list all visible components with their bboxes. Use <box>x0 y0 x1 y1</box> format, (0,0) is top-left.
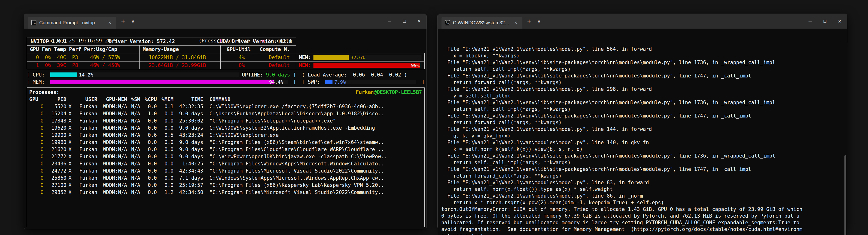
process-cell-type: X <box>66 117 73 124</box>
traceback-line: q, k, v = qkv_fn(x) <box>441 132 844 139</box>
cmd-terminal: File "E:\Wan21_v1\Wan2.1\wan\modules\mod… <box>438 43 847 235</box>
process-cell-user: Furkan <box>73 153 97 160</box>
close-button[interactable]: ✕ <box>412 14 427 29</box>
traceback-line: File "E:\Wan21_v1\Wan2.1\venv\lib\site-p… <box>441 73 844 79</box>
host-name: @DESKTOP-LEEL5B7 <box>374 89 422 95</box>
traceback-line: File "E:\Wan21_v1\Wan2.1\wan\modules\mod… <box>441 179 844 186</box>
traceback-line: File "E:\Wan21_v1\Wan2.1\venv\lib\site-p… <box>441 112 844 119</box>
traceback-line: return forward_call(*args, **kwargs) <box>441 79 844 86</box>
process-cell-sm: N/A <box>127 139 140 146</box>
tab-close-icon[interactable]: ✕ <box>106 20 113 25</box>
process-cell-user: Furkan <box>73 189 97 196</box>
process-cell-command: "C:\Program Files\Microsoft Visual Studi… <box>203 189 422 196</box>
process-cell-user: Furkan <box>73 160 97 167</box>
process-cell-pid: 21620 <box>43 146 66 153</box>
process-cell-user: Furkan <box>73 110 97 117</box>
swp-label: [ SWP: <box>302 79 323 85</box>
tab-dropdown-button[interactable]: ∨ <box>535 18 543 24</box>
process-cell-type: X <box>66 124 73 132</box>
tab-nvitop[interactable]: Command Prompt - nvitop ✕ <box>28 17 116 29</box>
traceback-line: return self._norm(x.float()).type_as(x) … <box>441 186 844 192</box>
gpu-mem-bar-text: 99% <box>411 62 420 68</box>
swp-bar-text: 7.9% <box>334 79 346 85</box>
process-header: GPU PID USER GPU-MEM %SM %CPU %MEM TIME … <box>29 96 422 103</box>
process-row: 024772XFurkanWDDM:N/AN/A0.00.042:34:43"C… <box>29 167 422 175</box>
col-cpu: %CPU <box>140 96 157 103</box>
process-cell-command: C:\Users\Furkan\AppData\Local\Discord\ap… <box>203 110 422 117</box>
process-cell-pid: 24772 <box>43 167 66 175</box>
process-cell-gpu_mem: WDDM:N/A <box>97 132 127 139</box>
maximize-button[interactable]: □ <box>397 14 412 29</box>
traceback-line: return x * torch.rsqrt(x.pow(2).mean(dim… <box>441 199 844 206</box>
process-cell-time: 25:19:57 <box>174 182 203 189</box>
process-cell-gpu_mem: WDDM:N/A <box>97 117 127 124</box>
maximize-button[interactable]: □ <box>817 14 832 29</box>
process-cell-gpu_mem: WDDM:N/A <box>97 103 127 110</box>
process-cell-time: 9.0 days <box>174 153 203 160</box>
process-cell-type: X <box>66 167 73 175</box>
mem-bar: 94.4% <box>50 80 288 84</box>
cpu-bar-fill <box>50 73 77 77</box>
tab-cmd[interactable]: C:\WINDOWS\system32\cmd.. ✕ <box>441 17 522 29</box>
key-q: q <box>262 38 265 44</box>
process-cell-time: 25:30:02 <box>174 117 203 124</box>
traceback-line: File "E:\Wan21_v1\Wan2.1\wan\modules\mod… <box>441 86 844 93</box>
processes-title-row: Processes: Furkan@DESKTOP-LEEL5B7 <box>29 89 422 96</box>
process-cell-gpu_mem: WDDM:N/A <box>97 189 127 196</box>
scrollbar-thumb[interactable] <box>844 155 846 235</box>
minimize-button[interactable]: ─ <box>803 14 817 29</box>
process-row: 019900XFurkanWDDM:N/AN/A0.60.543:23:24C:… <box>29 132 422 139</box>
traceback-line: File "E:\Wan21_v1\Wan2.1\wan\modules\mod… <box>441 46 844 52</box>
process-cell-sm: N/A <box>127 103 140 110</box>
load-average: ( Load Average: 0.06 0.04 0.02 ) <box>302 72 407 78</box>
process-cell-pid: 5520 <box>43 103 66 110</box>
process-rows: 05520XFurkanWDDM:N/AN/A0.00.142:32:35C:\… <box>29 103 422 196</box>
process-cell-cpu: 0.0 <box>140 146 157 153</box>
close-button[interactable]: ✕ <box>832 14 847 29</box>
process-cell-command: C:\WINDOWS\system32\ApplicationFrameHost… <box>203 124 422 132</box>
key-h: h <box>220 38 223 44</box>
new-tab-button[interactable]: + <box>525 18 533 25</box>
process-cell-gpu: 0 <box>29 153 43 160</box>
process-cell-mem: 0.1 <box>157 103 174 110</box>
process-cell-pid: 19960 <box>43 139 66 146</box>
traceback-line: File "E:\Wan21_v1\Wan2.1\venv\lib\site-p… <box>441 166 844 173</box>
process-cell-user: Furkan <box>73 103 97 110</box>
process-cell-cpu: 0.0 <box>140 160 157 167</box>
gpu-mem-bar: 32.6% <box>313 55 422 60</box>
process-cell-gpu_mem: WDDM:N/A <box>97 153 127 160</box>
process-cell-cpu: 1.0 <box>140 110 157 117</box>
process-cell-gpu_mem: WDDM:N/A <box>97 124 127 132</box>
process-row: 027100XFurkanWDDM:N/AN/A0.00.025:19:57"C… <box>29 182 422 189</box>
traceback-line: 0 bytes is free. Of the allocated memory… <box>441 213 844 219</box>
help-text: (Press h for help or q to quit) <box>175 30 292 51</box>
process-cell-mem: 0.0 <box>157 160 174 167</box>
minimize-button[interactable]: ─ <box>382 14 397 29</box>
traceback-line: File "E:\Wan21_v1\Wan2.1\wan\modules\mod… <box>441 139 844 146</box>
process-cell-mem: 0.0 <box>157 139 174 146</box>
process-cell-user: Furkan <box>73 139 97 146</box>
process-cell-mem: 0.5 <box>157 132 174 139</box>
new-tab-button[interactable]: + <box>119 18 127 25</box>
gpu-memory-cell: 23.64GiB / 23.99GiB <box>140 61 220 69</box>
process-cell-cpu: 0.0 <box>140 103 157 110</box>
traceback-line: k = self.norm_k(self.k(x)).view(b, s, n,… <box>441 146 844 153</box>
process-cell-sm: N/A <box>127 117 140 124</box>
process-cell-time: 42:32:35 <box>174 103 203 110</box>
date-text: Tue Feb 25 19:16:59 2025 <box>45 38 117 44</box>
gpu-util-cell: 4% Default <box>220 53 296 61</box>
process-cell-pid: 19620 <box>43 124 66 132</box>
status-line: Tue Feb 25 19:16:59 2025 (Press h for he… <box>27 30 424 37</box>
process-cell-type: X <box>66 175 73 182</box>
process-cell-gpu: 0 <box>29 189 43 196</box>
process-cell-gpu_mem: WDDM:N/A <box>97 182 127 189</box>
tab-close-icon[interactable]: ✕ <box>513 20 519 25</box>
process-cell-cpu: 0.0 <box>140 167 157 175</box>
process-cell-gpu: 0 <box>29 175 43 182</box>
process-cell-cpu: 0.0 <box>140 124 157 132</box>
process-cell-mem: 0.0 <box>157 110 174 117</box>
process-cell-gpu: 0 <box>29 103 43 110</box>
process-row: 021772XFurkanWDDM:N/AN/A0.00.09.0 days"C… <box>29 153 422 160</box>
tab-dropdown-button[interactable]: ∨ <box>129 18 137 24</box>
mem-bracket-close: ] <box>290 79 296 85</box>
